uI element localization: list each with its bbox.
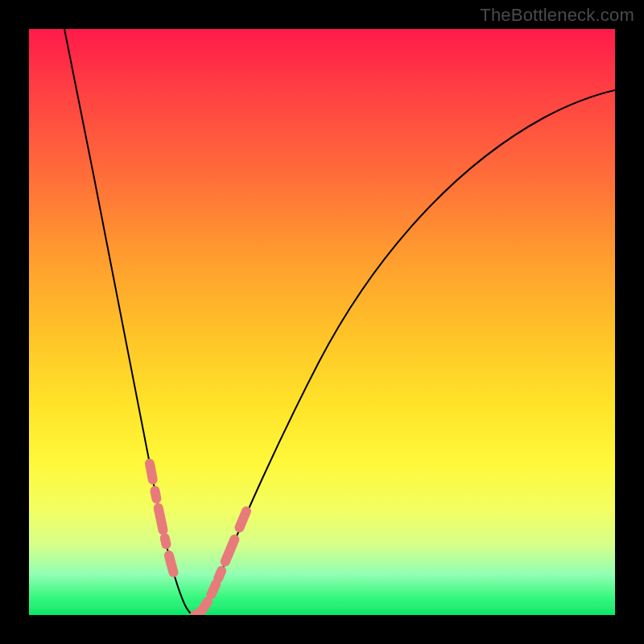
baseline-strip: [29, 604, 615, 615]
chart-stage: TheBottleneck.com: [0, 0, 644, 644]
plot-area: [29, 29, 615, 615]
